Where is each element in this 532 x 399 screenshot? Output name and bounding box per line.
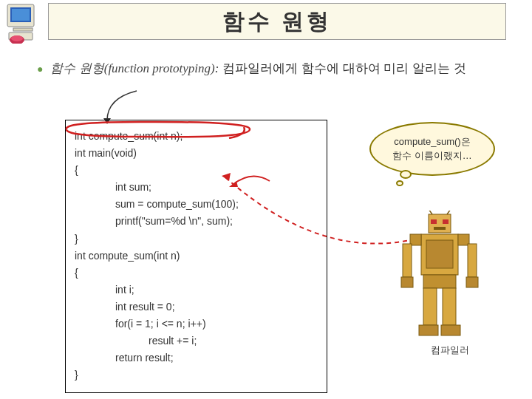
title-text: 함수 원형 <box>222 7 332 37</box>
code-line: int result = 0; <box>75 299 318 316</box>
bubble-body: compute_sum()은 함수 이름이랬지… <box>369 122 495 176</box>
speech-bubble: compute_sum()은 함수 이름이랬지… <box>369 122 499 188</box>
code-line: int compute_sum(int n) <box>75 248 318 265</box>
slide-title: 함수 원형 <box>48 3 506 40</box>
computer-clipart-icon <box>6 3 41 44</box>
svg-rect-29 <box>419 325 438 335</box>
bullet-marker-icon: ● <box>37 63 43 75</box>
svg-rect-23 <box>468 244 477 277</box>
code-line: result += i; <box>75 332 318 349</box>
svg-rect-22 <box>403 244 412 277</box>
bullet-rest: 컴파일러에게 함수에 대하여 미리 알리는 것 <box>219 61 466 75</box>
code-line: for(i = 1; i <= n; i++) <box>75 316 318 332</box>
svg-line-16 <box>429 211 432 214</box>
svg-rect-25 <box>466 277 478 287</box>
svg-point-6 <box>11 35 23 41</box>
svg-rect-27 <box>423 288 437 325</box>
robot-caption: 컴파일러 <box>431 344 469 357</box>
robot-icon <box>388 211 491 344</box>
code-line: } <box>75 366 318 383</box>
code-line: int main(void) <box>75 145 318 162</box>
svg-rect-13 <box>431 219 437 224</box>
svg-rect-26 <box>423 275 456 288</box>
code-line: { <box>75 162 318 179</box>
bubble-tail-icon <box>395 170 414 188</box>
bubble-line2: 함수 이름이랬지… <box>392 150 472 161</box>
code-line: printf("sum=%d \n", sum); <box>75 213 318 230</box>
svg-rect-3 <box>13 28 33 31</box>
code-line: } <box>75 231 318 248</box>
code-line: { <box>75 265 318 282</box>
bubble-line1: compute_sum()은 <box>394 136 470 147</box>
code-line: sum = compute_sum(100); <box>75 196 318 213</box>
svg-line-17 <box>447 211 451 214</box>
svg-rect-15 <box>434 227 446 230</box>
svg-rect-14 <box>443 219 449 224</box>
svg-rect-24 <box>401 277 413 287</box>
svg-point-11 <box>397 181 403 185</box>
term: 함수 원형(function prototyping): <box>50 61 219 75</box>
code-example-box: int compute_sum(int n); int main(void) {… <box>65 120 327 393</box>
svg-rect-19 <box>426 240 453 268</box>
svg-rect-2 <box>12 9 30 21</box>
svg-rect-28 <box>443 288 456 325</box>
svg-rect-30 <box>441 325 460 335</box>
highlight-circle-icon <box>59 120 255 139</box>
code-line: return result; <box>75 349 318 366</box>
bullet-block: ● 함수 원형(function prototyping): 컴파일러에게 함수… <box>37 59 510 78</box>
code-line: int sum; <box>75 179 318 196</box>
bullet-text: 함수 원형(function prototyping): 컴파일러에게 함수에 … <box>50 59 466 78</box>
svg-point-10 <box>400 171 411 178</box>
code-line: int i; <box>75 282 318 299</box>
